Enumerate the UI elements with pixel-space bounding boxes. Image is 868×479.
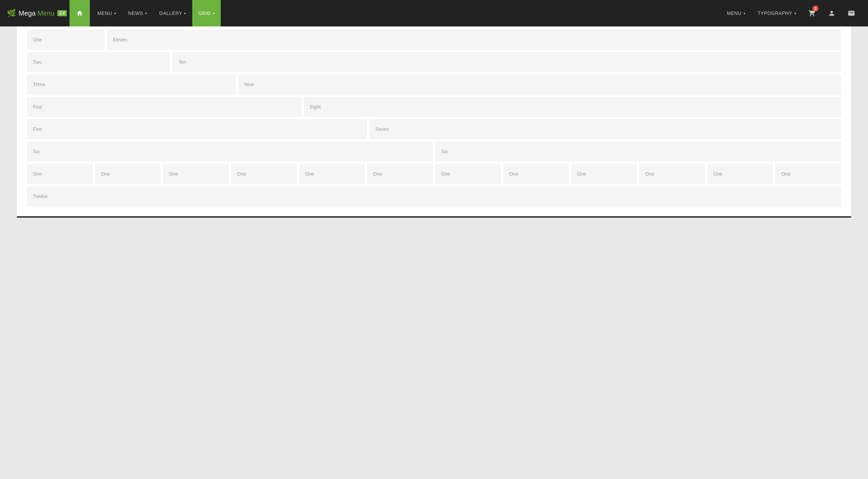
brand-version: 2.0 [57, 10, 67, 16]
list-item: One [367, 164, 433, 184]
user-icon [828, 9, 835, 17]
nav-left: MENU ▾ NEWS ▾ GALLERY ▾ GRID ▾ [91, 0, 221, 26]
chevron-down-icon: ▾ [213, 12, 215, 15]
leaf-icon: 🌿 [7, 9, 16, 18]
mail-icon [848, 9, 855, 17]
list-item: One [435, 164, 501, 184]
cart-badge: 2 [812, 5, 818, 12]
cart-button[interactable]: 2 [802, 0, 822, 26]
list-item: One [504, 164, 569, 184]
chevron-down-icon: ▾ [794, 12, 796, 15]
home-button[interactable] [70, 0, 90, 26]
cell-five: Five [27, 119, 367, 139]
main-content: One Eleven Two Ten Three Nine [17, 26, 851, 216]
list-item: One [95, 164, 161, 184]
list-item: One [299, 164, 365, 184]
grid-row-1: One Eleven [27, 30, 841, 49]
mail-button[interactable] [842, 0, 861, 26]
cell-nine: Nine [238, 75, 841, 94]
cell-seven: Seven [370, 119, 841, 139]
bottom-border [17, 216, 851, 218]
nav-gallery[interactable]: GALLERY ▾ [153, 0, 192, 26]
nav-right: MENU ▾ TYPOGRAPHY ▾ 2 [721, 0, 861, 26]
chevron-down-icon: ▾ [184, 12, 186, 15]
grid-row-7: One One One One One One One One One One … [27, 164, 841, 184]
grid-row-6: Six Six [27, 142, 841, 161]
nav-typography[interactable]: TYPOGRAPHY ▾ [751, 0, 802, 26]
cell-six-left: Six [27, 142, 433, 161]
brand: 🌿 Mega Menu 2.0 [7, 9, 67, 18]
cell-three: Three [27, 75, 236, 94]
cell-one-1: One [27, 30, 104, 49]
cell-six-right: Six [435, 142, 841, 161]
user-button[interactable] [822, 0, 842, 26]
list-item: One [708, 164, 773, 184]
grid-container: One Eleven Two Ten Three Nine [27, 30, 841, 206]
brand-name: Mega Menu [19, 9, 55, 17]
list-item: One [27, 164, 93, 184]
grid-row-5: Five Seven [27, 119, 841, 139]
list-item: One [163, 164, 229, 184]
home-icon [76, 10, 83, 17]
list-item: One [231, 164, 297, 184]
chevron-down-icon: ▾ [744, 12, 746, 15]
chevron-down-icon: ▾ [114, 12, 116, 15]
grid-row-8: Twelve [27, 186, 841, 206]
nav-menu[interactable]: MENU ▾ [91, 0, 122, 26]
nav-menu-right[interactable]: MENU ▾ [721, 0, 752, 26]
cell-twelve: Twelve [27, 186, 841, 206]
list-item: One [775, 164, 841, 184]
list-item: One [571, 164, 637, 184]
nav-news[interactable]: NEWS ▾ [122, 0, 153, 26]
grid-row-4: Four Eight [27, 97, 841, 117]
grid-row-3: Three Nine [27, 75, 841, 94]
cell-eight: Eight [304, 97, 841, 117]
cell-two: Two [27, 52, 170, 72]
cell-eleven: Eleven [107, 30, 841, 49]
navbar: 🌿 Mega Menu 2.0 MENU ▾ NEWS ▾ GALLERY ▾ … [0, 0, 868, 26]
cell-four: Four [27, 97, 301, 117]
list-item: One [639, 164, 705, 184]
cell-ten: Ten [173, 52, 841, 72]
nav-grid[interactable]: GRID ▾ [192, 0, 221, 26]
grid-row-2: Two Ten [27, 52, 841, 72]
chevron-down-icon: ▾ [145, 12, 147, 15]
